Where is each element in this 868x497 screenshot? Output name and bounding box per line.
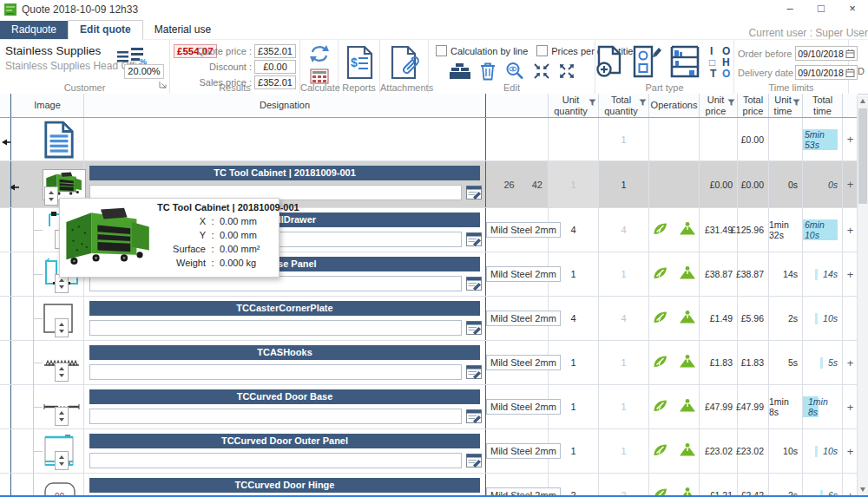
part-image-cell[interactable] — [11, 297, 84, 340]
discount-value-field[interactable]: £0.00 — [254, 60, 296, 74]
header-material[interactable] — [486, 94, 549, 117]
unit-quantity-cell[interactable]: 1 — [549, 161, 599, 207]
cutting-operation-icon[interactable] — [652, 310, 669, 327]
folding-operation-icon[interactable] — [678, 265, 697, 283]
expand-arrows-icon[interactable] — [558, 62, 575, 82]
designation-comment-input[interactable] — [89, 453, 462, 468]
designation-title-bar[interactable]: TC Tool Cabinet | 20181009-001 — [89, 166, 480, 180]
calculation-by-line-checkbox[interactable]: Calculation by line — [436, 45, 528, 56]
vertical-scrollbar[interactable] — [857, 95, 868, 497]
scroll-down-button[interactable] — [858, 484, 868, 495]
stepper-up-icon[interactable] — [59, 278, 64, 282]
stepper-down-icon[interactable] — [59, 285, 64, 289]
edit-note-icon[interactable] — [466, 321, 482, 335]
add-row-button[interactable]: + — [843, 385, 858, 428]
add-row-button[interactable]: + — [843, 161, 858, 207]
cutting-operation-icon[interactable] — [652, 221, 669, 239]
unit-quantity-cell[interactable]: 1 — [549, 385, 599, 428]
filter-funnel-icon[interactable] — [727, 98, 735, 108]
designation-comment-input[interactable] — [89, 276, 462, 291]
header-operations[interactable]: Operations — [649, 94, 700, 117]
tab-edit-quote[interactable]: Edit quote — [68, 20, 143, 40]
stock-shelf-icon[interactable] — [670, 45, 700, 81]
quantity-stepper[interactable] — [55, 318, 69, 337]
cutting-operation-icon[interactable] — [652, 265, 669, 283]
search-preview-icon[interactable] — [504, 62, 525, 83]
customer-name[interactable]: Stainless Supplies — [5, 44, 101, 57]
quantity-stepper[interactable] — [55, 407, 69, 426]
designation-comment-input[interactable] — [89, 320, 462, 336]
quote-price-field[interactable]: £352.01 — [254, 44, 296, 58]
header-total-time[interactable]: Total time — [803, 94, 843, 117]
edit-note-icon[interactable] — [466, 409, 482, 423]
table-row[interactable]: TCCurved Door Base Mild Steel 2mm 1 1 — [0, 385, 858, 429]
scrollbar-thumb[interactable] — [858, 108, 867, 204]
stepper-down-icon[interactable] — [59, 374, 64, 377]
part-image-cell[interactable] — [11, 429, 84, 473]
stepper-down-icon[interactable] — [49, 198, 54, 201]
folding-operation-icon[interactable] — [678, 310, 697, 327]
delete-trash-icon[interactable] — [479, 62, 496, 83]
designation-title-bar[interactable]: TCCurved Door Base — [89, 389, 480, 404]
tab-material-use[interactable]: Material use — [143, 21, 222, 39]
part-image-cell[interactable] — [11, 118, 84, 160]
stepper-up-icon[interactable] — [59, 411, 64, 415]
header-image[interactable]: Image — [11, 94, 84, 117]
add-row-button[interactable]: + — [843, 208, 858, 252]
discount-field[interactable]: 20.00% — [124, 64, 164, 79]
header-unit-price[interactable]: Unit price — [700, 94, 738, 117]
filter-funnel-icon[interactable] — [639, 98, 647, 108]
quantity-stepper[interactable] — [55, 451, 69, 470]
unit-quantity-cell[interactable]: 4 — [549, 297, 599, 340]
cutting-operation-icon[interactable] — [652, 442, 669, 460]
maximize-button[interactable]: □ — [806, 0, 837, 19]
filter-funnel-icon[interactable] — [792, 98, 800, 108]
table-row[interactable]: 90 TCCurved Door Hinge Mild Steel 2mm 2 … — [0, 474, 858, 497]
stepper-up-icon[interactable] — [59, 323, 64, 326]
edit-note-icon[interactable] — [466, 277, 482, 291]
add-row-button[interactable]: + — [843, 118, 858, 160]
scroll-up-button[interactable] — [858, 95, 868, 107]
unit-quantity-cell[interactable]: 1 — [549, 252, 599, 296]
header-total-price[interactable]: Total price — [738, 94, 769, 117]
cutting-operation-icon[interactable] — [652, 398, 669, 415]
stepper-up-icon[interactable] — [59, 367, 64, 370]
unit-quantity-cell[interactable]: 2 — [549, 474, 599, 497]
add-row-button[interactable] — [843, 297, 858, 340]
stepper-down-icon[interactable] — [59, 330, 64, 333]
unit-quantity-cell[interactable] — [549, 118, 599, 160]
stepper-up-icon[interactable] — [49, 191, 54, 194]
tab-radquote[interactable]: Radquote — [0, 21, 68, 39]
stepper-down-icon[interactable] — [59, 462, 64, 466]
designation-title-bar[interactable]: TCCurved Door Hinge — [89, 478, 480, 493]
edit-note-icon[interactable] — [466, 232, 482, 246]
header-unit-time[interactable]: Unit time — [769, 94, 803, 117]
designation-title-bar[interactable]: TCASHooks — [89, 345, 480, 360]
edit-part-icon[interactable] — [632, 45, 661, 81]
edit-note-icon[interactable] — [466, 454, 482, 468]
edit-note-icon[interactable] — [466, 186, 482, 199]
part-thumbnail[interactable] — [43, 121, 76, 159]
folding-operation-icon[interactable] — [678, 354, 697, 371]
dialog-launcher-icon[interactable] — [159, 79, 167, 91]
minimize-button[interactable]: – — [774, 0, 806, 19]
unit-quantity-cell[interactable]: 4 — [549, 208, 599, 252]
quantity-stepper[interactable] — [44, 186, 58, 206]
table-row[interactable]: TCCurved Door Outer Panel Mild Steel 2mm… — [0, 429, 858, 474]
folding-operation-icon[interactable] — [678, 221, 697, 239]
header-unit-quantity[interactable]: Unit quantity — [549, 94, 599, 117]
quantity-stepper[interactable] — [55, 363, 69, 382]
table-row[interactable]: TCCasterCornerPlate Mild Steel 2mm 4 4 — [0, 297, 858, 341]
part-image-cell[interactable]: 90 — [11, 474, 84, 497]
table-row[interactable]: 1 £0.00 5min 53s + — [0, 118, 858, 161]
new-part-icon[interactable] — [595, 45, 623, 81]
add-row-button[interactable]: + — [843, 252, 858, 296]
designation-title-bar[interactable]: TCCasterCornerPlate — [89, 301, 480, 316]
nesting-letters-icon[interactable]: IO□HTO — [708, 45, 734, 81]
stepper-up-icon[interactable] — [59, 455, 64, 459]
filter-funnel-icon[interactable] — [589, 98, 596, 108]
unit-quantity-cell[interactable]: 1 — [549, 429, 599, 473]
reports-button[interactable]: $ Reports — [339, 40, 380, 94]
add-row-button[interactable]: + — [843, 341, 858, 384]
header-total-quantity[interactable]: Total quantity — [599, 94, 649, 117]
